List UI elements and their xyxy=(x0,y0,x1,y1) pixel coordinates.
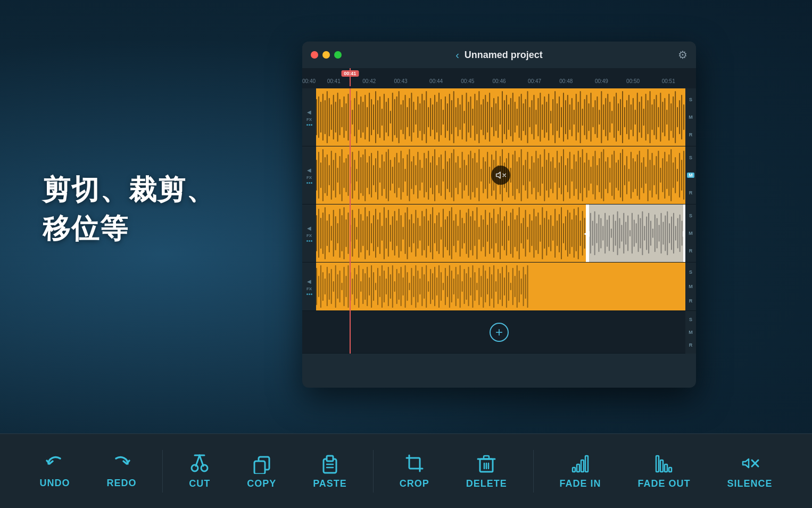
add-track-button[interactable]: + xyxy=(490,323,509,342)
svg-rect-589 xyxy=(443,283,444,290)
track-1-record[interactable]: R xyxy=(689,132,693,137)
delete-button[interactable]: DELETE xyxy=(455,447,518,495)
svg-rect-151 xyxy=(635,110,636,125)
svg-rect-377 xyxy=(644,226,645,240)
track-4-volume-icon[interactable]: ◀ xyxy=(307,278,311,284)
track-2-dots xyxy=(306,182,312,184)
track-4-waveform[interactable] xyxy=(316,263,685,310)
svg-rect-388 xyxy=(667,211,668,255)
svg-rect-249 xyxy=(472,158,473,192)
svg-rect-341 xyxy=(666,161,667,189)
svg-rect-346 xyxy=(677,169,678,182)
crop-button[interactable]: CROP xyxy=(389,447,440,495)
svg-rect-131 xyxy=(593,107,594,127)
ruler-label-45: 00:45 xyxy=(461,78,474,84)
selection-right-handle[interactable]: ▶ xyxy=(683,204,685,262)
silence-button[interactable]: SILENCE xyxy=(717,447,783,495)
fade-out-button[interactable]: FADE OUT xyxy=(627,447,701,495)
track-1-waveform[interactable] xyxy=(316,88,685,146)
track-4-record[interactable]: R xyxy=(689,298,693,304)
svg-rect-304 xyxy=(589,160,590,191)
svg-rect-505 xyxy=(544,218,545,249)
svg-rect-360 xyxy=(609,216,610,251)
traffic-light-fullscreen[interactable] xyxy=(334,51,342,59)
traffic-light-close[interactable] xyxy=(311,51,318,59)
svg-rect-320 xyxy=(622,149,623,201)
track-1-fx-label[interactable]: FX xyxy=(306,117,312,122)
track-1-volume-icon[interactable]: ◀ xyxy=(307,109,311,115)
svg-rect-494 xyxy=(521,223,522,243)
svg-rect-641 xyxy=(409,458,420,469)
svg-rect-580 xyxy=(424,274,425,299)
track-1-solo[interactable]: S xyxy=(689,97,692,102)
svg-rect-202 xyxy=(373,165,374,185)
track-3-record[interactable]: R xyxy=(689,248,693,253)
selection-left-handle[interactable]: ◀ xyxy=(587,204,589,262)
svg-rect-180 xyxy=(327,154,328,196)
svg-rect-96 xyxy=(519,96,520,138)
track-2-record[interactable]: R xyxy=(689,190,693,195)
track-4-mute[interactable]: M xyxy=(689,284,693,289)
svg-rect-516 xyxy=(567,210,568,257)
track-3-solo[interactable]: S xyxy=(689,213,692,218)
svg-rect-470 xyxy=(470,216,471,250)
redo-button[interactable]: REDO xyxy=(96,448,147,494)
undo-button[interactable]: UNDO xyxy=(29,448,80,494)
svg-rect-0 xyxy=(316,99,317,135)
svg-rect-278 xyxy=(533,162,534,188)
svg-rect-558 xyxy=(377,268,378,305)
svg-rect-488 xyxy=(508,226,509,241)
track-2-volume-icon[interactable]: ◀ xyxy=(307,167,311,173)
svg-rect-94 xyxy=(515,102,516,133)
track-4-right-labels: S M R xyxy=(685,263,696,310)
svg-rect-105 xyxy=(537,98,538,136)
svg-rect-2 xyxy=(320,102,321,133)
track-3-fx-label[interactable]: FX xyxy=(306,233,312,238)
project-title: Unnamed project xyxy=(465,50,543,61)
svg-rect-13 xyxy=(344,96,345,138)
track-2-solo[interactable]: S xyxy=(689,155,692,160)
svg-rect-579 xyxy=(421,267,422,306)
track-3-mute[interactable]: M xyxy=(689,231,693,236)
svg-rect-227 xyxy=(426,158,427,192)
fade-in-button[interactable]: FADE IN xyxy=(549,447,612,495)
svg-rect-327 xyxy=(637,154,638,196)
svg-rect-288 xyxy=(554,168,556,183)
svg-rect-223 xyxy=(417,152,418,199)
track-2-mute-btn[interactable]: M xyxy=(687,173,694,178)
svg-rect-336 xyxy=(656,156,657,194)
back-button[interactable]: ‹ xyxy=(455,49,459,61)
svg-rect-291 xyxy=(561,156,562,194)
track-2-mute-overlay[interactable] xyxy=(491,166,510,185)
svg-rect-557 xyxy=(375,283,376,290)
copy-button[interactable]: COPY xyxy=(236,447,287,495)
svg-rect-16 xyxy=(350,100,351,134)
track-1-mute[interactable]: M xyxy=(689,114,693,120)
track-4-fx-label[interactable]: FX xyxy=(306,286,312,291)
svg-rect-141 xyxy=(614,96,615,138)
track-3-waveform[interactable]: ◀ ▶ xyxy=(316,204,685,262)
playhead-time-bubble: 00:41 xyxy=(341,70,359,77)
settings-button[interactable]: ⚙ xyxy=(678,48,687,61)
svg-rect-456 xyxy=(441,227,442,240)
svg-rect-577 xyxy=(417,271,418,302)
track-3-volume-icon[interactable]: ◀ xyxy=(307,225,311,231)
fade-in-label: FADE IN xyxy=(560,478,601,489)
track-4-solo[interactable]: S xyxy=(689,269,692,275)
svg-rect-510 xyxy=(554,209,556,258)
svg-rect-204 xyxy=(377,151,378,200)
silence-icon xyxy=(739,453,760,474)
track-2-fx-label[interactable]: FX xyxy=(306,175,312,180)
cut-button[interactable]: CUT xyxy=(178,447,221,495)
svg-rect-69 xyxy=(462,95,463,140)
svg-rect-277 xyxy=(532,156,533,194)
track-2-waveform[interactable] xyxy=(316,146,685,204)
svg-rect-302 xyxy=(584,162,585,188)
svg-rect-657 xyxy=(660,460,663,472)
cut-icon xyxy=(189,453,210,474)
svg-rect-575 xyxy=(413,276,414,297)
paste-button[interactable]: PASTE xyxy=(302,447,358,495)
svg-rect-493 xyxy=(519,207,520,259)
svg-rect-395 xyxy=(681,220,682,245)
traffic-light-minimize[interactable] xyxy=(322,51,330,59)
